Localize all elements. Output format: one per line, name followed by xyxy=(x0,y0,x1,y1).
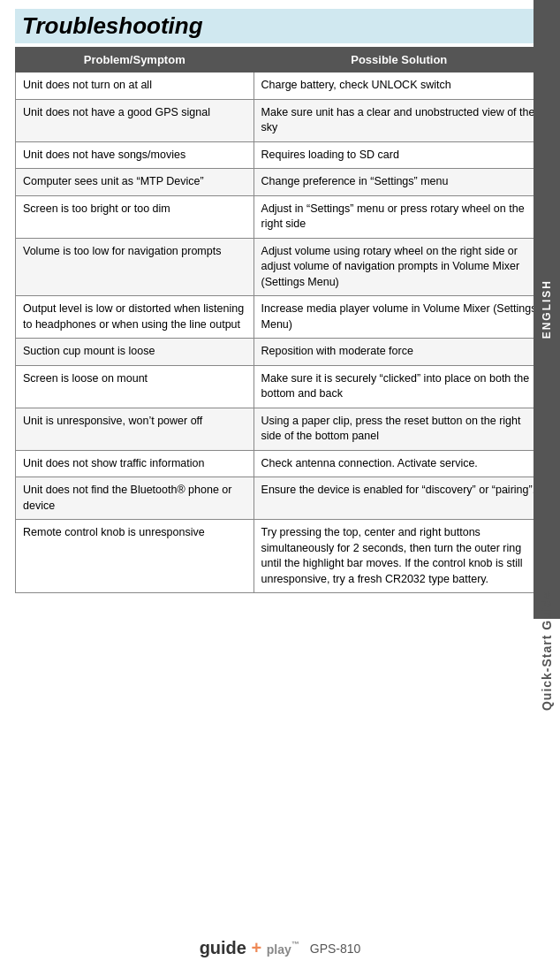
main-container: Troubleshooting Problem/Symptom Possible… xyxy=(15,0,545,593)
table-cell-problem: Unit does not have songs/movies xyxy=(16,141,254,169)
brand-trademark: ™ xyxy=(291,940,299,949)
table-cell-solution: Using a paper clip, press the reset butt… xyxy=(254,408,544,450)
table-cell-solution: Make sure it is securely “clicked” into … xyxy=(254,365,544,408)
table-cell-solution: Adjust in “Settings” menu or press rotar… xyxy=(254,195,544,238)
table-cell-solution: Make sure unit has a clear and unobstruc… xyxy=(254,99,544,141)
footer-section: guide + play™ GPS-810 xyxy=(0,799,560,976)
brand-product: GPS-810 xyxy=(310,942,361,956)
table-cell-solution: Check antenna connection. Activate servi… xyxy=(254,450,544,477)
table-header-problem: Problem/Symptom xyxy=(16,48,254,72)
table-cell-solution: Adjust volume using rotary wheel on the … xyxy=(254,238,544,296)
brand-guide-word: guide xyxy=(200,938,246,957)
table-row: Volume is too low for navigation prompts… xyxy=(16,238,545,296)
table-cell-problem: Screen is too bright or too dim xyxy=(16,195,254,238)
table-cell-problem: Unit is unresponsive, won’t power off xyxy=(16,408,254,450)
table-row: Screen is loose on mountMake sure it is … xyxy=(16,365,545,408)
table-cell-problem: Output level is low or distorted when li… xyxy=(16,296,254,339)
table-cell-problem: Computer sees unit as “MTP Device” xyxy=(16,169,254,196)
troubleshooting-table: Problem/Symptom Possible Solution Unit d… xyxy=(15,47,545,593)
table-row: Output level is low or distorted when li… xyxy=(16,296,545,339)
table-cell-solution: Reposition with moderate force xyxy=(254,339,544,366)
brand-play-word: play xyxy=(267,942,291,957)
table-row: Screen is too bright or too dimAdjust in… xyxy=(16,195,545,238)
page-title: Troubleshooting xyxy=(15,9,545,43)
table-cell-problem: Unit does not show traffic information xyxy=(16,450,254,477)
table-row: Suction cup mount is looseReposition wit… xyxy=(16,339,545,366)
table-cell-problem: Suction cup mount is loose xyxy=(16,339,254,366)
brand-guide-text: guide + play™ xyxy=(200,938,299,958)
table-cell-problem: Unit does not turn on at all xyxy=(16,72,254,100)
table-row: Unit does not have a good GPS signalMake… xyxy=(16,99,545,141)
brand-footer: guide + play™ GPS-810 xyxy=(200,938,361,958)
table-row: Unit does not show traffic informationCh… xyxy=(16,450,545,477)
quick-start-guide-label: Quick-Start Guide xyxy=(534,591,560,711)
table-cell-problem: Remote control knob is unresponsive xyxy=(16,520,254,593)
table-cell-solution: Increase media player volume in Volume M… xyxy=(254,296,544,339)
table-cell-solution: Charge battery, check UNLOCK switch xyxy=(254,72,544,100)
table-cell-problem: Unit does not have a good GPS signal xyxy=(16,99,254,141)
table-cell-problem: Screen is loose on mount xyxy=(16,365,254,408)
quick-start-text: Quick-Start Guide xyxy=(540,591,554,711)
table-cell-solution: Try pressing the top, center and right b… xyxy=(254,520,544,593)
table-row: Remote control knob is unresponsiveTry p… xyxy=(16,520,545,593)
sidebar-english-label: ENGLISH xyxy=(541,279,553,339)
table-row: Unit does not have songs/moviesRequires … xyxy=(16,141,545,169)
table-header-solution: Possible Solution xyxy=(254,48,544,72)
table-cell-solution: Change preference in “Settings” menu xyxy=(254,169,544,196)
table-cell-problem: Unit does not find the Bluetooth® phone … xyxy=(16,477,254,520)
table-cell-solution: Requires loading to SD card xyxy=(254,141,544,169)
table-cell-solution: Ensure the device is enabled for “discov… xyxy=(254,477,544,520)
table-row: Unit does not turn on at allCharge batte… xyxy=(16,72,545,100)
table-row: Unit is unresponsive, won’t power offUsi… xyxy=(16,408,545,450)
table-row: Computer sees unit as “MTP Device”Change… xyxy=(16,169,545,196)
table-cell-problem: Volume is too low for navigation prompts xyxy=(16,238,254,296)
sidebar-english: ENGLISH xyxy=(534,0,560,619)
table-row: Unit does not find the Bluetooth® phone … xyxy=(16,477,545,520)
